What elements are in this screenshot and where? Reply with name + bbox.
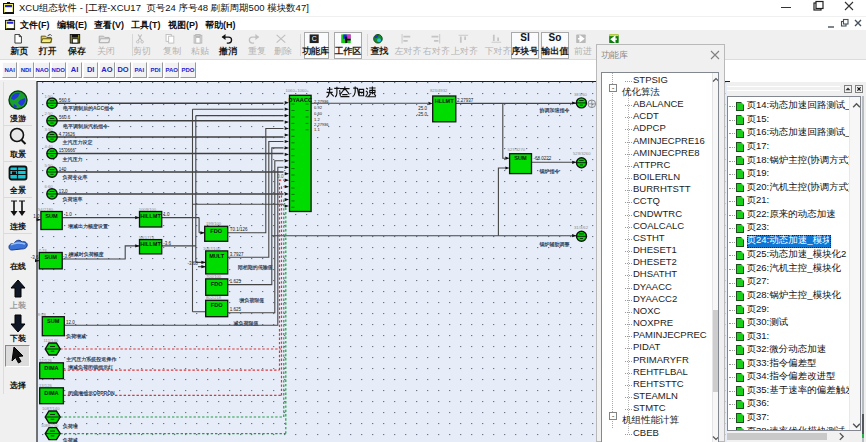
svg-text:3.7927: 3.7927 <box>230 252 244 257</box>
svg-text:0.0: 0.0 <box>277 174 284 179</box>
svg-text:1.0: 1.0 <box>163 212 170 217</box>
svg-text:700/100: 700/100 <box>206 274 222 279</box>
svg-text:T0.1/126: T0.1/126 <box>230 227 248 232</box>
svg-text:主汽压力设定: 主汽压力设定 <box>62 139 93 146</box>
svg-text:锅炉辅助调整: 锅炉辅助调整 <box>538 241 570 248</box>
svg-text:802/218: 802/218 <box>206 295 222 300</box>
svg-text:闭锁增指示OPPRON: 闭锁增指示OPPRON <box>68 390 115 397</box>
svg-text:1.2: 1.2 <box>314 117 320 122</box>
svg-text:负荷变化率: 负荷变化率 <box>62 174 88 181</box>
svg-text:同相期的传输值: 同相期的传输值 <box>238 264 273 271</box>
svg-text:FDO: FDO <box>211 302 223 308</box>
svg-text:12.0: 12.0 <box>66 320 75 325</box>
svg-text:增减出力幅度设置: 增减出力幅度设置 <box>67 223 108 230</box>
svg-text:-25.0: -25.0 <box>417 112 428 117</box>
svg-text:锅炉指令: 锅炉指令 <box>538 168 560 175</box>
svg-text:DIMA: DIMA <box>44 365 58 371</box>
svg-text:31/3/62: 31/3/62 <box>574 225 589 230</box>
svg-text:6:60: 6:60 <box>45 184 54 189</box>
svg-text:DIMA: DIMA <box>44 390 58 396</box>
svg-text:负荷减: 负荷减 <box>62 437 78 442</box>
svg-text:3:50: 3:50 <box>45 127 54 132</box>
svg-text:2:50: 2:50 <box>45 111 54 116</box>
svg-text:1:50: 1:50 <box>45 94 54 99</box>
svg-text:0.92: 0.92 <box>314 105 323 110</box>
svg-text:电平调制后汽机指令: 电平调制后汽机指令 <box>63 123 109 130</box>
svg-text:560.6: 560.6 <box>59 115 71 120</box>
svg-text:9:98: 9:98 <box>38 312 47 317</box>
svg-text:7:76: 7:76 <box>39 248 48 253</box>
svg-text:0.60: 0.60 <box>314 111 323 116</box>
svg-text:负荷速率: 负荷速率 <box>62 196 83 203</box>
svg-text:1067/100: 1067/100 <box>203 246 221 251</box>
svg-text:增减时负荷幅度: 增减时负荷幅度 <box>68 251 104 258</box>
svg-text:12/126: 12/126 <box>39 358 52 363</box>
svg-text:383/60: 383/60 <box>574 92 587 97</box>
svg-text:增减负荷闭锁指示灯: 增减负荷闭锁指示灯 <box>67 364 113 371</box>
svg-text:823/4932: 823/4932 <box>430 88 448 93</box>
svg-text:199/100: 199/100 <box>206 221 222 226</box>
svg-text:58/1775: 58/1775 <box>139 235 155 240</box>
svg-text:560.6: 560.6 <box>59 98 71 103</box>
svg-text:5:50: 5:50 <box>45 163 54 168</box>
svg-text:SUM: SUM <box>514 155 527 161</box>
svg-text:111/140: 111/140 <box>44 338 59 343</box>
svg-text:4:40: 4:40 <box>45 144 54 149</box>
svg-text:1.625: 1.625 <box>230 279 242 284</box>
svg-text:增负荷限值: 增负荷限值 <box>238 297 264 304</box>
svg-text:1.0: 1.0 <box>66 212 73 217</box>
svg-text:13.0: 13.0 <box>59 189 68 194</box>
svg-text:529/3260: 529/3260 <box>573 151 591 156</box>
svg-text:FDO: FDO <box>211 281 223 287</box>
svg-text:协调加速指令: 协调加速指令 <box>538 107 570 114</box>
svg-text:MULT: MULT <box>209 253 225 259</box>
svg-text:SUM: SUM <box>45 213 58 219</box>
svg-text:13/126: 13/126 <box>39 383 52 388</box>
svg-text:DYAACC: DYAACC <box>289 97 312 103</box>
svg-text:140: 140 <box>59 167 67 172</box>
svg-text:1009/100: 1009/100 <box>139 207 157 212</box>
svg-text:54/2180: 54/2180 <box>38 207 54 212</box>
svg-text:-3.6: -3.6 <box>163 241 171 246</box>
svg-text:4.73626: 4.73626 <box>59 132 76 137</box>
svg-text:1.1: 1.1 <box>314 127 320 132</box>
svg-text:-3.68: -3.68 <box>188 261 199 266</box>
svg-text:HLLMT: HLLMT <box>435 98 455 104</box>
svg-text:1.625: 1.625 <box>230 307 242 312</box>
svg-text:-3.6: -3.6 <box>63 254 71 259</box>
svg-text:减负荷限值: 减负荷限值 <box>233 320 259 327</box>
svg-text:2.27937: 2.27937 <box>457 98 474 103</box>
svg-text:1088/250: 1088/250 <box>41 423 59 428</box>
svg-text:15.0666: 15.0666 <box>59 148 76 153</box>
svg-text:电平调制后的AGC指令: 电平调制后的AGC指令 <box>63 105 115 112</box>
svg-text:527/3270: 527/3270 <box>508 147 526 152</box>
svg-text:FDO: FDO <box>210 228 222 234</box>
svg-text:-3.6: -3.6 <box>31 255 39 260</box>
svg-text:SUM: SUM <box>44 254 57 260</box>
svg-text:负荷增: 负荷增 <box>62 423 78 430</box>
svg-text:主汽压力系统投退操作: 主汽压力系统投退操作 <box>65 356 117 363</box>
svg-text:HILLMT: HILLMT <box>140 213 161 219</box>
svg-text:SUM: SUM <box>47 318 60 324</box>
svg-text:2.27936: 2.27936 <box>314 99 329 104</box>
svg-text:负荷增减: 负荷增减 <box>65 333 86 340</box>
svg-text:25.0: 25.0 <box>418 106 427 111</box>
svg-text:主汽压力: 主汽压力 <box>62 156 83 163</box>
svg-text:1060+1060+: 1060+1060+ <box>285 88 309 93</box>
svg-text:1087/140: 1087/140 <box>42 406 60 411</box>
svg-text:-68.0222: -68.0222 <box>534 156 552 161</box>
svg-text:HILLMT: HILLMT <box>140 241 161 247</box>
svg-text:1.0: 1.0 <box>33 214 40 219</box>
